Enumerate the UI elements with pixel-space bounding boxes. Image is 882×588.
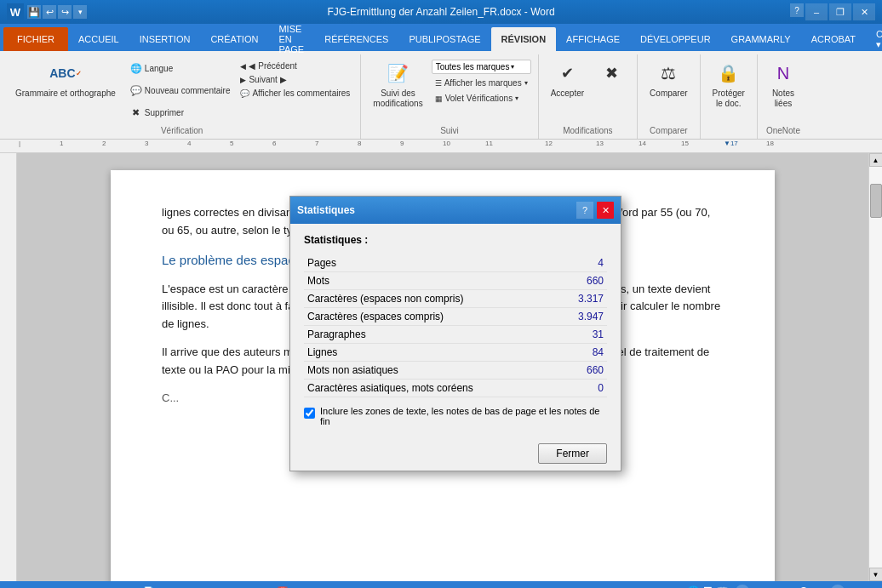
tab-publipostage[interactable]: PUBLIPOSTAGE <box>398 27 490 51</box>
include-zones-label: Inclure les zones de texte, les notes de… <box>320 406 607 426</box>
modifications-buttons: ✔ Accepter ✖ <box>546 58 630 123</box>
ruler-mark-7: 7 <box>315 140 318 147</box>
restore-button[interactable]: ❐ <box>829 3 851 20</box>
supprimer-button[interactable]: ✖ Supprimer <box>124 102 234 123</box>
supprimer-label: Supprimer <box>145 108 184 118</box>
toutes-marques-label: Toutes les marques <box>436 62 510 71</box>
tab-grammarly[interactable]: GRAMMARLY <box>721 27 801 51</box>
refuser-button[interactable]: ✖ <box>593 58 630 90</box>
afficher-marques-icon: ☰ <box>435 79 442 88</box>
stat-label-3: Caractères (espaces compris) <box>304 308 559 326</box>
customize-icon[interactable]: ▾ <box>73 5 87 19</box>
redo-icon[interactable]: ↪ <box>58 5 72 19</box>
dialog-controls: ? ✕ <box>576 202 614 219</box>
dialog-help-button[interactable]: ? <box>576 202 593 219</box>
supprimer-icon: ✖ <box>128 104 145 121</box>
stat-value-3: 3.947 <box>559 308 607 326</box>
onenote-group-label: OneNote <box>766 126 800 135</box>
afficher-marques-caret: ▾ <box>524 79 528 87</box>
ruler-left-margin: | <box>19 140 20 147</box>
tab-references[interactable]: RÉFÉRENCES <box>314 27 398 51</box>
stat-label-7: Caractères asiatiques, mots coréens <box>304 380 559 397</box>
afficher-marques-button[interactable]: ☰ Afficher les marques ▾ <box>432 77 531 89</box>
tab-mep[interactable]: MISE EN PAGE <box>268 27 314 51</box>
ruler-mark-2: 2 <box>102 140 106 147</box>
afficher-commentaires-button[interactable]: 💬 Afficher les commentaires <box>237 87 353 100</box>
undo-icon[interactable]: ↩ <box>43 5 56 19</box>
zoom-in-button[interactable]: + <box>831 585 845 588</box>
ruler-mark-13: 13 <box>596 140 604 147</box>
volet-icon: ▦ <box>435 94 443 103</box>
langue-button[interactable]: 🌐 Langue <box>124 58 234 78</box>
ruler-mark-1: 1 <box>60 140 63 147</box>
suivant-button[interactable]: ▶ Suivant ▶ <box>237 73 353 86</box>
ruler-mark-17: 18 <box>766 140 774 147</box>
dialog-content: Statistiques : Pages4Mots660Caractères (… <box>290 224 621 437</box>
verification-label: Vérification <box>161 126 203 135</box>
ruler-mark-14: 14 <box>639 140 646 147</box>
fermer-button[interactable]: Fermer <box>538 443 607 464</box>
dialog-title: Statistiques <box>297 204 355 216</box>
proteger-button[interactable]: 🔒 Protégerle doc. <box>707 58 750 111</box>
stats-table: Pages4Mots660Caractères (espaces non com… <box>304 254 607 397</box>
window-title: FJG-Ermittlung der Anzahl Zeilen_FR.docx… <box>0 6 882 18</box>
dialog-close-button[interactable]: ✕ <box>597 202 614 219</box>
include-zones-row: Inclure les zones de texte, les notes de… <box>304 406 607 426</box>
tab-affichage[interactable]: AFFICHAGE <box>556 27 630 51</box>
title-bar-left: W 💾 ↩ ↪ ▾ <box>7 3 87 20</box>
tab-revision[interactable]: RÉVISION <box>491 27 557 51</box>
dialog-overlay: Statistiques ? ✕ Statistiques : Pages4Mo… <box>0 153 882 581</box>
accepter-button[interactable]: ✔ Accepter <box>546 58 589 100</box>
tab-developpeur[interactable]: DÉVELOPPEUR <box>630 27 721 51</box>
nouveau-commentaire-button[interactable]: 💬 Nouveau commentaire <box>124 80 234 100</box>
stat-value-2: 3.317 <box>559 290 607 308</box>
onenote-icon: N <box>770 60 797 87</box>
comparer-button[interactable]: ⚖ Comparer <box>644 58 692 100</box>
suivant-label: Suivant ▶ <box>249 75 286 84</box>
notes-label: Notesliées <box>772 88 794 109</box>
save-icon[interactable]: 💾 <box>27 5 41 19</box>
tab-fichier[interactable]: FICHIER <box>3 27 68 51</box>
ruler-mark-6: 6 <box>272 140 276 147</box>
help-icon[interactable]: ? <box>790 3 804 17</box>
tab-accueil[interactable]: ACCUEIL <box>68 27 129 51</box>
suivant-icon: ▶ <box>240 76 246 84</box>
ruler-mark-16: ▼17 <box>724 140 738 147</box>
precedent-label: ◀ Précédent <box>249 61 296 71</box>
volet-verifications-button[interactable]: ▦ Volet Vérifications ▾ <box>432 92 531 105</box>
title-bar: W 💾 ↩ ↪ ▾ FJG-Ermittlung der Anzahl Zeil… <box>0 0 882 24</box>
grammaire-label: Grammaire et orthographe <box>15 88 116 99</box>
tab-insertion[interactable]: INSERTION <box>129 27 201 51</box>
commentaire-icon: 💬 <box>128 82 145 99</box>
comparer-buttons: ⚖ Comparer <box>644 58 692 123</box>
close-button[interactable]: ✕ <box>853 3 875 20</box>
tab-user[interactable]: Christoph... ▾ <box>866 27 882 51</box>
dialog-footer: Fermer <box>290 437 621 471</box>
stat-value-7: 0 <box>559 380 607 397</box>
caret-icon: ▾ <box>511 63 514 71</box>
tab-creation[interactable]: CRÉATION <box>200 27 268 51</box>
proteger-buttons: 🔒 Protégerle doc. <box>707 58 750 132</box>
stat-label-0: Pages <box>304 254 559 272</box>
suivi-modifications-button[interactable]: 📝 Suivi desmodifications <box>368 58 427 111</box>
ruler-mark-15: 15 <box>681 140 689 147</box>
precedent-button[interactable]: ◀ ◀ Précédent <box>237 60 353 72</box>
ruler-mark-9: 9 <box>400 140 404 147</box>
proteger-label: Protégerle doc. <box>713 88 745 109</box>
toutes-marques-dropdown[interactable]: Toutes les marques ▾ <box>432 60 531 74</box>
comparer-label: Comparer <box>650 88 687 99</box>
notes-button[interactable]: N Notesliées <box>765 58 802 111</box>
include-zones-checkbox[interactable] <box>304 408 315 419</box>
grammaire-button[interactable]: ABC✓ Grammaire et orthographe <box>10 58 121 100</box>
verification-buttons: ABC✓ Grammaire et orthographe 🌐 Langue 💬… <box>10 58 353 123</box>
ruler-inner: | 1 2 3 4 5 6 7 8 9 10 11 12 13 14 15 ▼1… <box>17 140 865 152</box>
group-suivi: 📝 Suivi desmodifications Toutes les marq… <box>361 54 538 139</box>
langue-label: Langue <box>145 64 173 74</box>
afficher-commentaires-label: Afficher les commentaires <box>252 88 350 98</box>
tab-acrobat[interactable]: ACROBAT <box>801 27 866 51</box>
minimize-button[interactable]: – <box>805 3 828 20</box>
commentaire-label: Nouveau commentaire <box>145 86 231 96</box>
precedent-icon: ◀ <box>240 62 246 71</box>
stat-value-5: 84 <box>559 344 607 362</box>
zoom-out-button[interactable]: – <box>736 585 749 588</box>
